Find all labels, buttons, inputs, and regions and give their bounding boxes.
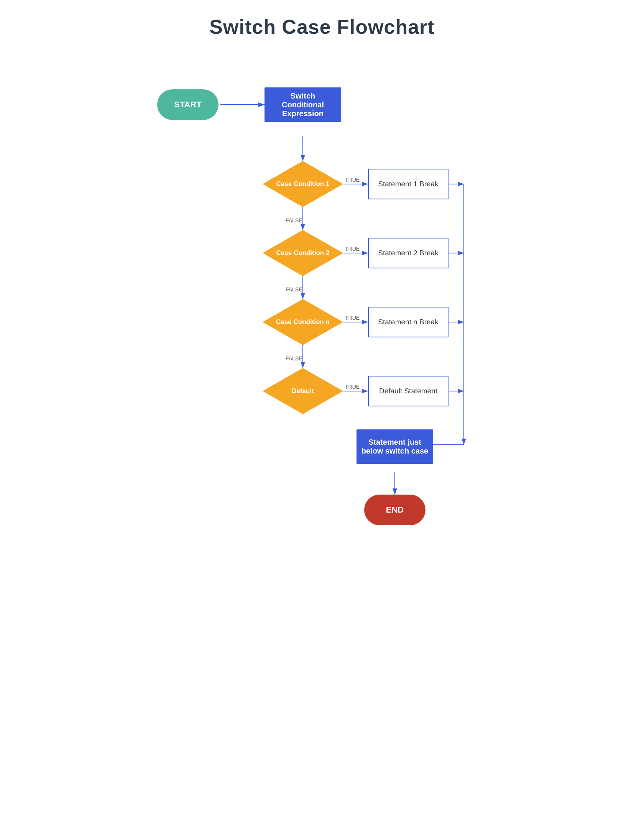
- below-switch-node: Statement just below switch case: [356, 429, 433, 464]
- true-label-2: TRUE: [345, 246, 360, 252]
- false-label-1: FALSE: [286, 217, 302, 224]
- switch-expr-label: Switch Conditional Expression: [268, 92, 337, 118]
- false-label-n: FALSE: [286, 355, 302, 362]
- false-label-2: FALSE: [286, 286, 302, 293]
- stmt2-label: Statement 2 Break: [378, 249, 438, 257]
- case2-diamond: Case Condition 2: [263, 230, 343, 276]
- stmt1-label: Statement 1 Break: [378, 180, 438, 188]
- end-node: END: [364, 495, 426, 525]
- casen-diamond: Case Condition n: [263, 299, 343, 345]
- switch-expr-node: Switch Conditional Expression: [264, 87, 341, 122]
- true-label-d: TRUE: [345, 384, 360, 390]
- true-label-1: TRUE: [345, 177, 360, 183]
- stmtn-label: Statement n Break: [378, 318, 438, 326]
- start-label: START: [174, 100, 202, 110]
- case1-diamond: Case Condition 1: [263, 161, 343, 207]
- flowchart: FALSE TRUE FALSE TRUE FALSE TRUE TRUE: [150, 61, 495, 790]
- true-label-n: TRUE: [345, 315, 360, 321]
- stmt2-node: Statement 2 Break: [368, 238, 449, 268]
- end-label: END: [386, 505, 404, 515]
- stmt1-node: Statement 1 Break: [368, 169, 449, 199]
- default-diamond: Default: [263, 368, 343, 414]
- stmtd-label: Default Statement: [379, 387, 437, 395]
- below-label: Statement just below switch case: [361, 438, 429, 455]
- page-title: Switch Case Flowchart: [209, 15, 434, 38]
- stmtd-node: Default Statement: [368, 376, 449, 406]
- stmtn-node: Statement n Break: [368, 307, 449, 337]
- start-node: START: [157, 89, 219, 120]
